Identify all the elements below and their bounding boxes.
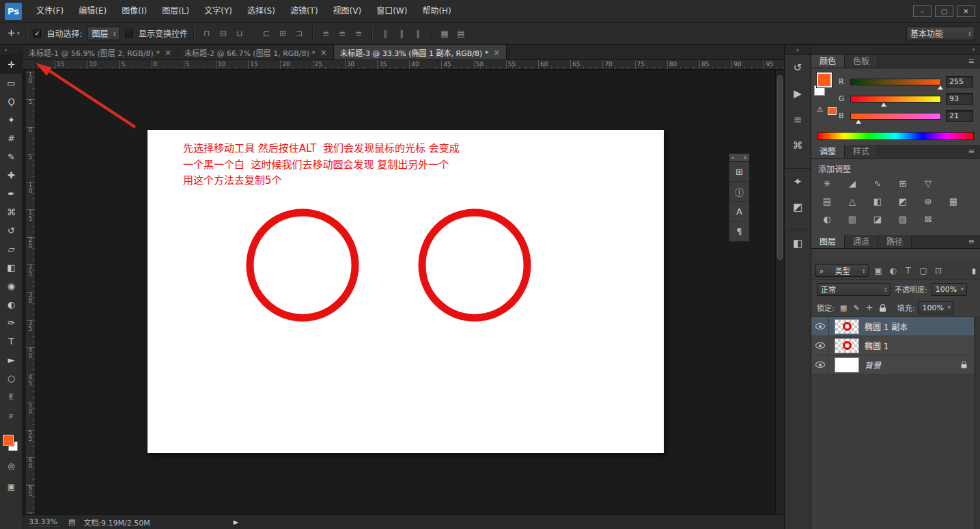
vertical-scrollbar[interactable] (775, 70, 784, 514)
filter-smart-objects-icon[interactable]: ⊡ (932, 264, 945, 277)
type-tool[interactable]: T (0, 332, 23, 351)
styles-panel-icon[interactable]: ◧ (785, 230, 811, 256)
lock-transparent-pixels-icon[interactable]: ▦ (838, 302, 850, 314)
info-panel-icon[interactable]: ⓘ (729, 182, 749, 202)
vertical-ruler[interactable]: 1050510152025303540455055606570 (26, 70, 36, 514)
tab-close-icon[interactable]: × (320, 48, 327, 57)
visibility-toggle[interactable] (811, 317, 829, 336)
filter-adjustment-layers-icon[interactable]: ◐ (886, 264, 900, 277)
collapse-dock-button[interactable]: « (785, 45, 811, 55)
tab-close-icon[interactable]: × (165, 48, 171, 57)
screen-mode-button[interactable]: ▣ (0, 478, 23, 495)
character-panel-icon[interactable]: A (729, 202, 749, 221)
quick-selection-tool[interactable]: ✦ (0, 111, 23, 129)
tab-close-icon[interactable]: × (493, 48, 500, 57)
lock-all-button[interactable] (877, 302, 888, 314)
doc-tab-3[interactable]: 未标题-3 @ 33.3% (椭圆 1 副本, RGB/8) *× (334, 45, 507, 59)
menu-edit[interactable]: 编辑(E) (71, 0, 114, 23)
eyedropper-tool[interactable]: ✎ (0, 148, 23, 166)
auto-select-target-dropdown[interactable]: 图层 ▴▾ (87, 27, 120, 40)
vibrance-icon[interactable]: ▽ (918, 177, 938, 190)
doc-tab-2[interactable]: 未标题-2 @ 66.7% (图层 1, RGB/8) *× (178, 45, 334, 59)
crop-tool[interactable]: # (0, 129, 23, 148)
panel-menu-icon[interactable]: ≡ (963, 145, 980, 158)
filter-shape-layers-icon[interactable]: ▢ (916, 264, 930, 277)
marquee-tool[interactable]: ▭ (0, 74, 23, 92)
status-flyout-icon[interactable]: ▶ (234, 519, 238, 526)
hand-tool[interactable]: ✌ (0, 388, 23, 406)
gradient-tool[interactable]: ◧ (0, 258, 23, 277)
color-tabs-1[interactable]: 色板 (845, 55, 878, 68)
menu-help[interactable]: 帮助(H) (415, 0, 458, 23)
distribute-left-edges-button[interactable]: ∥ (378, 27, 393, 40)
hue-saturation-icon[interactable]: ▤ (817, 195, 837, 208)
dodge-tool[interactable]: ◐ (0, 295, 23, 314)
lasso-tool[interactable]: Ϙ (0, 92, 23, 111)
eraser-tool[interactable]: ▱ (0, 240, 23, 258)
panel-menu-icon[interactable]: ≡ (963, 235, 980, 248)
history-brush-tool[interactable]: ↺ (0, 221, 23, 240)
color-tabs-0[interactable]: 颜色 (811, 55, 845, 68)
layer-thumbnail[interactable] (835, 338, 859, 353)
align-horizontal-centers-button[interactable]: ⊞ (275, 27, 290, 40)
clone-source-panel-icon[interactable]: ⊞ (729, 162, 749, 182)
menu-type[interactable]: 文字(Y) (197, 0, 240, 23)
menu-view[interactable]: 视图(V) (326, 0, 369, 23)
window-close-button[interactable]: ✕ (957, 5, 975, 17)
distribute-vertical-centers-button[interactable]: ≡ (335, 27, 350, 40)
filter-toggle-icon[interactable]: ▮ (972, 267, 976, 275)
distribute-bottom-edges-button[interactable]: ≡ (351, 27, 366, 40)
layer-row-3[interactable]: 背景 (811, 355, 974, 375)
threshold-icon[interactable]: ◪ (867, 213, 888, 226)
adjustments-panel-icon[interactable]: ✦ (785, 168, 811, 194)
path-selection-tool[interactable]: ► (0, 351, 23, 369)
align-right-edges-button[interactable]: ⊐ (292, 27, 307, 40)
lock-image-pixels-icon[interactable]: ✎ (851, 302, 863, 314)
menu-window[interactable]: 窗口(W) (369, 0, 415, 23)
gradient-map-icon[interactable]: ▨ (893, 213, 913, 226)
brightness-contrast-icon[interactable]: ✳ (817, 177, 837, 190)
channel-mixer-icon[interactable]: ⊛ (918, 195, 938, 208)
layers-tabs-2[interactable]: 路径 (878, 235, 912, 248)
ellipse-shape-tool[interactable]: ○ (0, 369, 23, 388)
channel-value-R[interactable]: 255 (946, 76, 973, 87)
actions-panel-icon[interactable]: ▶ (785, 81, 811, 107)
invert-icon[interactable]: ◐ (817, 213, 837, 226)
filter-type-layers-icon[interactable]: T (901, 264, 915, 277)
opacity-dropdown[interactable]: 100% ▾ (932, 283, 967, 296)
curves-icon[interactable]: ∿ (867, 177, 888, 190)
distribute-right-edges-button[interactable]: ∥ (410, 27, 425, 40)
levels-icon[interactable]: ◢ (842, 177, 863, 190)
auto-select-checkbox[interactable]: ✓ (33, 29, 41, 38)
zoom-level-field[interactable]: 33.33% (29, 517, 60, 527)
posterize-icon[interactable]: ▥ (842, 213, 863, 226)
adjust-tabs-0[interactable]: 调整 (811, 145, 845, 158)
zoom-tool[interactable]: ⌕ (0, 406, 23, 424)
menu-select[interactable]: 选择(S) (240, 0, 283, 23)
layers-tabs-1[interactable]: 通道 (845, 235, 878, 248)
brush-tool[interactable]: ✒ (0, 185, 23, 203)
channel-slider-R[interactable] (850, 79, 941, 85)
collapse-panels-button[interactable]: » (972, 46, 975, 53)
color-balance-icon[interactable]: △ (842, 195, 863, 208)
clone-stamp-tool[interactable]: ⌘ (0, 203, 23, 221)
horizontal-ruler[interactable]: 1510505101520253035404550556065707580859… (23, 60, 784, 70)
masks-panel-icon[interactable]: ◩ (785, 194, 811, 220)
window-minimize-button[interactable]: – (913, 5, 932, 17)
close-dock-icon[interactable]: × (743, 155, 747, 161)
distribute-horizontal-centers-button[interactable]: ∥ (394, 27, 409, 40)
black-white-icon[interactable]: ◧ (867, 195, 888, 208)
doc-tab-1[interactable]: 未标题-1 @ 56.9% (图层 2, RGB/8) *× (23, 45, 178, 59)
layer-filter-type-dropdown[interactable]: ⌕ 类型 ▴▾ (815, 264, 869, 277)
layer-row-2[interactable]: 椭圆 1 (811, 336, 974, 355)
menu-filter[interactable]: 滤镜(T) (283, 0, 326, 23)
distribute-spacing-button[interactable]: ▤ (453, 27, 468, 40)
menu-file[interactable]: 文件(F) (29, 0, 71, 23)
properties-panel-icon[interactable]: ≡ (785, 107, 811, 133)
color-spectrum-bar[interactable] (817, 132, 974, 140)
channel-value-G[interactable]: 93 (946, 93, 973, 105)
gamut-warning-icon[interactable]: ⚠ (817, 105, 824, 114)
history-panel-icon[interactable]: ↺ (785, 55, 811, 81)
scrollbar-thumb[interactable] (777, 75, 783, 260)
blend-mode-dropdown[interactable]: 正常 ▴▾ (817, 283, 891, 296)
